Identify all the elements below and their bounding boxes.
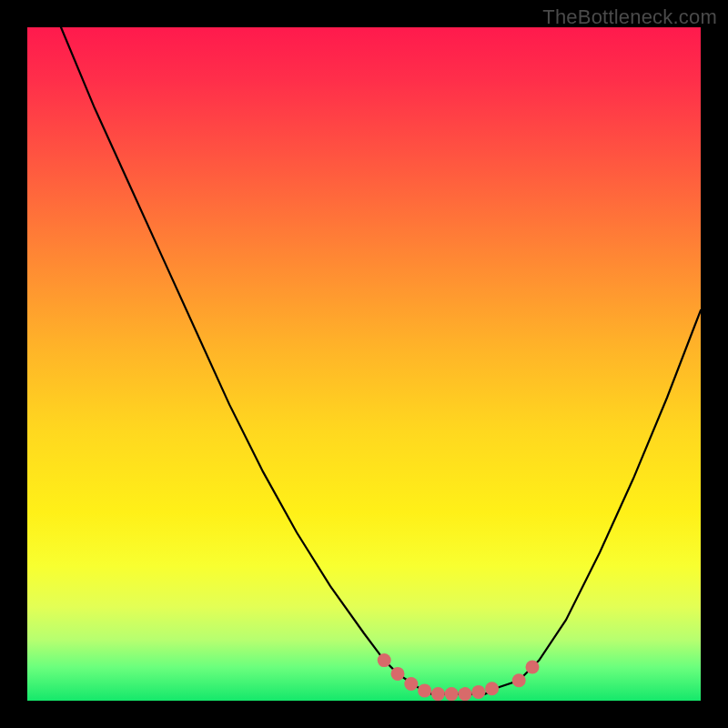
- marker-dot: [512, 673, 526, 687]
- marker-dot: [445, 687, 459, 701]
- marker-dot: [378, 653, 391, 667]
- chart-svg: [27, 27, 701, 701]
- marker-dot: [404, 677, 418, 691]
- plot-area: [27, 27, 701, 701]
- watermark-text: TheBottleneck.com: [542, 5, 717, 29]
- marker-dot: [431, 687, 445, 701]
- bottleneck-curve: [61, 27, 701, 694]
- marker-dot: [459, 687, 472, 701]
- marker-dot: [418, 683, 431, 697]
- chart-frame: TheBottleneck.com: [0, 0, 728, 728]
- marker-dot: [526, 661, 540, 674]
- marker-dot: [485, 682, 499, 695]
- marker-group: [378, 653, 540, 701]
- marker-dot: [471, 685, 485, 699]
- marker-dot: [391, 667, 405, 681]
